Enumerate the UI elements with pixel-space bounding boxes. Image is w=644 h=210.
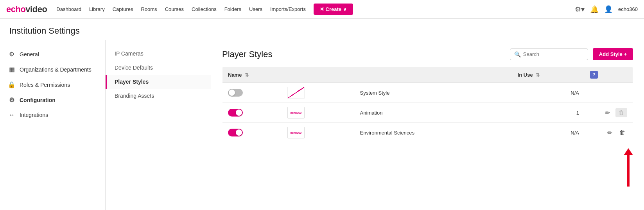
nav-imports-exports[interactable]: Imports/Exports	[270, 6, 306, 12]
sidebar-label-configuration: Configuration	[20, 97, 56, 103]
search-input[interactable]	[523, 51, 589, 57]
toggle-cell-system	[222, 83, 285, 103]
thumb-cell-animation: echo360	[285, 103, 355, 123]
col-name-header: Name ⇅	[222, 67, 512, 83]
sidebar-label-general: General	[20, 51, 39, 57]
page-body: ⚙ General ▦ Organizations & Departments …	[0, 40, 644, 210]
arrow-annotation	[624, 149, 633, 187]
logo-text: echovideo	[6, 4, 47, 14]
style-thumb-system	[287, 87, 305, 99]
mid-label-device-defaults: Device Defaults	[115, 65, 153, 71]
thumb-cell-system	[285, 83, 355, 103]
sidebar-label-integrations: Integrations	[20, 112, 48, 118]
name-cell-env: Environmental Sciences	[355, 123, 512, 143]
sidebar-left: ⚙ General ▦ Organizations & Departments …	[0, 40, 106, 210]
configuration-icon: ⚙	[8, 96, 16, 104]
sidebar-item-integrations[interactable]: ↔ Integrations	[0, 108, 105, 122]
col-inuse-header: In Use ⇅	[512, 67, 585, 83]
help-icon[interactable]: ?	[590, 71, 598, 79]
toggle-system[interactable]	[228, 89, 243, 97]
general-icon: ⚙	[8, 50, 16, 58]
name-sort-icon[interactable]: ⇅	[245, 72, 249, 78]
sidebar-mid: IP Cameras Device Defaults Player Styles…	[106, 40, 211, 210]
arrow-head	[624, 148, 633, 155]
toggle-knob-env	[236, 129, 242, 136]
sidebar-label-organizations: Organizations & Departments	[20, 66, 91, 73]
sidebar-item-organizations[interactable]: ▦ Organizations & Departments	[0, 62, 105, 77]
nav-right: ⚙▾ 🔔 👤 echo360	[575, 5, 638, 14]
content-header: Player Styles 🔍 Add Style +	[222, 48, 633, 60]
toggle-wrap-env	[228, 129, 280, 136]
mid-label-branding-assets: Branding Assets	[115, 93, 154, 99]
sidebar-item-configuration[interactable]: ⚙ Configuration	[0, 92, 105, 108]
name-cell-system: System Style	[355, 83, 512, 103]
style-name-env: Environmental Sciences	[360, 130, 414, 136]
style-name-animation: Animation	[360, 110, 383, 116]
settings-icon[interactable]: ⚙▾	[575, 5, 585, 14]
toggle-cell-env	[222, 123, 285, 143]
account-icon[interactable]: 👤	[604, 5, 613, 14]
page-title: Institution Settings	[9, 26, 635, 36]
nav-folders[interactable]: Folders	[224, 6, 241, 12]
integrations-icon: ↔	[8, 111, 16, 118]
thumb-cell-env: echo360	[285, 123, 355, 143]
mid-label-player-styles: Player Styles	[115, 79, 149, 85]
header-actions: 🔍 Add Style +	[510, 48, 633, 60]
inuse-cell-system: N/A	[512, 83, 585, 103]
inuse-cell-animation: 1	[512, 103, 585, 123]
inuse-sort-icon[interactable]: ⇅	[536, 72, 540, 78]
table-row: echo360 Environmental Sciences N/A ✏	[222, 123, 633, 143]
sidebar-item-general[interactable]: ⚙ General	[0, 47, 105, 62]
actions-cell-system	[585, 83, 633, 103]
username-label: echo360	[618, 6, 638, 12]
nav-courses[interactable]: Courses	[165, 6, 184, 12]
nav-users[interactable]: Users	[249, 6, 262, 12]
logo[interactable]: echovideo	[6, 4, 47, 14]
styles-table: Name ⇅ In Use ⇅ ?	[222, 66, 633, 143]
row-actions-animation: ✏ 🗑	[590, 108, 627, 117]
notifications-icon[interactable]: 🔔	[590, 5, 599, 14]
echo-logo-env: echo360	[289, 130, 302, 135]
search-box: 🔍	[510, 48, 588, 60]
table-row: echo360 Animation 1 ✏ 🗑	[222, 103, 633, 123]
roles-icon: 🔒	[8, 81, 16, 88]
style-thumb-animation: echo360	[287, 107, 305, 118]
row-actions-env: ✏ 🗑	[590, 128, 627, 137]
toggle-wrap-system	[228, 89, 280, 97]
toggle-animation[interactable]	[228, 109, 243, 117]
content-title: Player Styles	[222, 49, 272, 59]
arrow-shaft	[627, 155, 630, 187]
create-button[interactable]: ✳ Create ∨	[314, 4, 353, 15]
echo-logo-animation: echo360	[289, 110, 302, 115]
delete-button-env[interactable]: 🗑	[618, 128, 627, 137]
edit-button-animation[interactable]: ✏	[603, 108, 612, 117]
style-name-system: System Style	[360, 90, 390, 96]
mid-item-player-styles[interactable]: Player Styles	[106, 75, 211, 89]
mid-item-ip-cameras[interactable]: IP Cameras	[106, 47, 211, 61]
search-icon: 🔍	[514, 51, 521, 57]
toggle-wrap-animation	[228, 109, 280, 117]
nav-library[interactable]: Library	[89, 6, 105, 12]
nav-dashboard[interactable]: Dashboard	[56, 6, 81, 12]
col-actions-header: ?	[585, 67, 633, 83]
mid-label-ip-cameras: IP Cameras	[115, 50, 144, 57]
actions-cell-env: ✏ 🗑	[585, 123, 633, 143]
nav-collections[interactable]: Collections	[192, 6, 217, 12]
name-cell-animation: Animation	[355, 103, 512, 123]
actions-cell-animation: ✏ 🗑	[585, 103, 633, 123]
style-thumb-env: echo360	[287, 127, 305, 138]
table-row: System Style N/A	[222, 83, 633, 103]
mid-item-branding-assets[interactable]: Branding Assets	[106, 89, 211, 103]
mid-item-device-defaults[interactable]: Device Defaults	[106, 61, 211, 75]
sidebar-item-roles[interactable]: 🔒 Roles & Permissions	[0, 77, 105, 92]
add-style-button[interactable]: Add Style +	[593, 48, 633, 60]
toggle-cell-animation	[222, 103, 285, 123]
sidebar-label-roles: Roles & Permissions	[20, 82, 70, 88]
top-navigation: echovideo Dashboard Library Captures Roo…	[0, 0, 644, 19]
nav-rooms[interactable]: Rooms	[141, 6, 157, 12]
page: Institution Settings ⚙ General ▦ Organiz…	[0, 19, 644, 210]
toggle-env[interactable]	[228, 129, 243, 136]
nav-captures[interactable]: Captures	[113, 6, 133, 12]
page-header: Institution Settings	[0, 19, 644, 40]
edit-button-env[interactable]: ✏	[606, 128, 614, 137]
